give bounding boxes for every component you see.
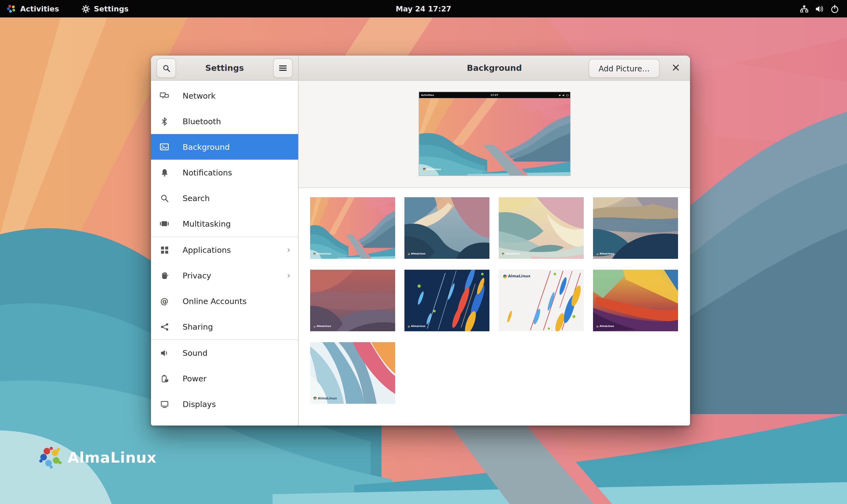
sidebar-item-applications[interactable]: Applications ›	[151, 237, 298, 263]
bell-icon	[160, 168, 169, 177]
sidebar-item-network[interactable]: Network	[151, 83, 298, 108]
sidebar-item-online-accounts[interactable]: @ Online Accounts	[151, 288, 298, 314]
sidebar-item-bluetooth[interactable]: Bluetooth	[151, 108, 298, 134]
sidebar-item-label: Search	[182, 194, 210, 202]
wallpaper-thumbnail-mountains-dusk[interactable]: AlmaLinux	[404, 197, 490, 259]
brand-text: AlmaLinux	[68, 449, 157, 466]
activities-button[interactable]: Activities	[0, 0, 66, 17]
sidebar-item-multitasking[interactable]: Multitasking	[151, 211, 298, 236]
wallpaper-grid-row: AlmaLinux AlmaLinux AlmaLinux AlmaLinux	[310, 197, 690, 259]
preview-battery-icon	[566, 94, 568, 96]
sidebar-item-privacy[interactable]: Privacy ›	[151, 263, 298, 288]
distro-icon	[6, 4, 16, 14]
search-icon	[162, 64, 170, 72]
sidebar-item-label: Power	[182, 374, 207, 383]
search-icon	[160, 194, 169, 203]
preview-volume-icon	[562, 94, 564, 96]
sidebar-item-sound[interactable]: Sound	[151, 340, 298, 366]
app-menu-settings[interactable]: Settings	[75, 0, 135, 17]
wallpaper-thumbnail-sunset-gradient[interactable]: AlmaLinux	[593, 270, 678, 331]
sidebar-item-label: Privacy	[182, 271, 211, 280]
system-status-area[interactable]	[795, 0, 844, 17]
wallpaper-thumbnail-coral-day-light[interactable]: AlmaLinux	[310, 342, 395, 404]
sidebar-item-label: Sharing	[182, 322, 213, 331]
panel-headerbar[interactable]: Background Add Picture…	[299, 56, 690, 80]
brand-dot-icon	[423, 168, 425, 170]
battery-icon	[160, 374, 169, 383]
preview-wallpaper	[419, 98, 570, 176]
preview-status-icons	[559, 92, 568, 98]
wallpaper-grid: AlmaLinux AlmaLinux AlmaLinux AlmaLinux	[299, 188, 690, 426]
settings-sidebar: Settings Network Bluetooth	[151, 56, 299, 426]
monitor-icon	[160, 399, 169, 409]
clock-label: May 24 17:27	[396, 4, 451, 13]
sidebar-title: Settings	[205, 63, 244, 73]
wallpaper-grid-row: AlmaLinux AlmaLinux AlmaLinux AlmaLinux	[310, 270, 690, 331]
almalinux-logo: AlmaLinux	[39, 446, 157, 469]
wallpaper-watermark: AlmaLinux	[502, 252, 520, 255]
wallpaper-watermark: AlmaLinux	[408, 252, 425, 255]
sidebar-item-label: Notifications	[182, 168, 232, 177]
add-picture-button[interactable]: Add Picture…	[589, 59, 659, 78]
wallpaper-watermark: AlmaLinux	[596, 325, 614, 327]
preview-activities-label: Activities	[421, 94, 434, 96]
wallpaper-thumbnail-sand-navy[interactable]: AlmaLinux	[593, 197, 678, 259]
close-button[interactable]	[668, 60, 684, 75]
current-background-preview-area: Activities 17:27 AlmaLinux	[299, 80, 690, 188]
speaker-icon	[160, 348, 169, 357]
gear-icon	[82, 5, 90, 13]
sidebar-item-label: Sound	[182, 348, 207, 357]
sidebar-list: Network Bluetooth Background	[151, 80, 298, 426]
close-icon	[672, 64, 680, 71]
clock[interactable]: May 24 17:27	[396, 0, 451, 17]
wallpaper-thumbnail-maroon-hills[interactable]: AlmaLinux	[310, 270, 395, 331]
add-picture-label: Add Picture…	[599, 64, 650, 73]
wallpaper-watermark: AlmaLinux	[596, 252, 614, 255]
sidebar-item-notifications[interactable]: Notifications	[151, 160, 298, 185]
sidebar-item-displays[interactable]: Displays	[151, 391, 298, 417]
sidebar-item-label: Bluetooth	[182, 117, 221, 126]
sidebar-item-label: Applications	[182, 246, 231, 254]
sidebar-item-label: Displays	[182, 400, 216, 408]
wallpaper-thumbnail-pastel-hills[interactable]: AlmaLinux	[499, 197, 584, 259]
desktop-preview: Activities 17:27 AlmaLinux	[418, 92, 570, 176]
wallpaper-thumbnail-paint-streaks-dark[interactable]: AlmaLinux	[404, 270, 490, 331]
app-menu-label: Settings	[94, 4, 128, 13]
wallpaper-watermark: AlmaLinux	[313, 252, 331, 255]
at-symbol-icon: @	[160, 296, 169, 306]
bluetooth-icon	[160, 116, 169, 126]
sidebar-item-sharing[interactable]: Sharing	[151, 314, 298, 339]
wallpaper-thumbnail-coral-day[interactable]: AlmaLinux	[310, 197, 395, 259]
primary-menu-button[interactable]	[273, 58, 293, 78]
sidebar-item-power[interactable]: Power	[151, 366, 298, 391]
wired-network-icon	[799, 4, 809, 13]
search-button[interactable]	[156, 58, 176, 78]
sidebar-headerbar[interactable]: Settings	[151, 56, 298, 80]
desktop: AlmaLinux Activities Settings	[0, 0, 847, 504]
sidebar-item-background[interactable]: Background	[151, 134, 298, 160]
sidebar-item-label: Multitasking	[182, 219, 231, 228]
preview-brand-watermark: AlmaLinux	[423, 168, 441, 170]
top-bar: Activities Settings May 24 17:27	[0, 0, 847, 17]
settings-window: Settings Network Bluetooth	[151, 56, 690, 426]
network-icon	[160, 91, 169, 100]
share-icon	[160, 322, 169, 331]
almalinux-swirl-icon	[39, 446, 62, 469]
panel-title: Background	[467, 63, 522, 73]
background-icon	[160, 142, 169, 151]
sidebar-item-label: Online Accounts	[182, 297, 247, 305]
multitasking-icon	[160, 219, 169, 228]
wallpaper-thumbnail-paint-streaks-light[interactable]: AlmaLinux	[499, 270, 584, 331]
background-panel: Background Add Picture… Activities 17:27	[299, 56, 690, 426]
preview-top-bar: Activities 17:27	[419, 92, 570, 98]
sidebar-item-label: Network	[182, 91, 215, 100]
preview-clock-label: 17:27	[491, 94, 498, 96]
volume-icon	[815, 4, 824, 13]
applications-grid-icon	[160, 245, 169, 254]
wallpaper-watermark: AlmaLinux	[313, 396, 337, 400]
chevron-right-icon: ›	[287, 245, 290, 254]
sidebar-item-label: Background	[182, 143, 230, 151]
sidebar-item-search[interactable]: Search	[151, 185, 298, 211]
activities-label: Activities	[20, 4, 59, 13]
wallpaper-grid-row: AlmaLinux	[310, 342, 690, 404]
